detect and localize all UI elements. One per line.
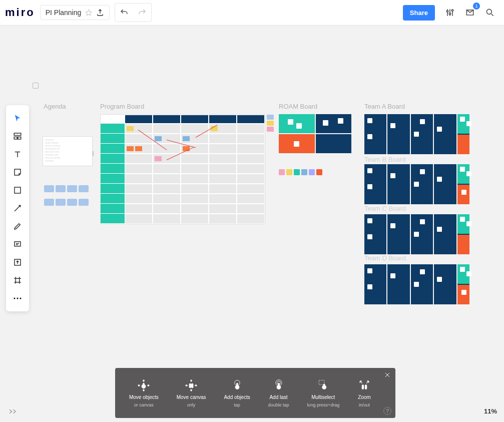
- roam-note[interactable]: [288, 119, 293, 125]
- export-icon[interactable]: [96, 9, 104, 17]
- sticky-tool[interactable]: [8, 163, 27, 181]
- board-note[interactable]: [460, 117, 465, 122]
- roam-note[interactable]: [323, 120, 328, 126]
- board-note[interactable]: [390, 123, 395, 128]
- legend-item[interactable]: [316, 169, 322, 175]
- redo-button[interactable]: [133, 4, 151, 22]
- legend-item[interactable]: [301, 169, 307, 175]
- board-note[interactable]: [460, 267, 465, 272]
- backlog-item[interactable]: [67, 185, 77, 192]
- legend-item[interactable]: [309, 169, 315, 175]
- team-board-a[interactable]: [364, 114, 469, 154]
- sticky-note[interactable]: [127, 146, 134, 151]
- close-icon[interactable]: [384, 372, 390, 378]
- roam-cell-owned[interactable]: [316, 114, 352, 133]
- board-note[interactable]: [466, 121, 471, 126]
- zoom-level[interactable]: 11%: [484, 407, 497, 415]
- board-note[interactable]: [414, 232, 419, 237]
- miro-logo[interactable]: miro: [5, 6, 35, 19]
- board-note[interactable]: [466, 171, 471, 176]
- backlog-item[interactable]: [56, 199, 66, 206]
- line-tool[interactable]: [8, 199, 27, 217]
- upload-tool[interactable]: [8, 253, 27, 271]
- board-title-box[interactable]: PI Planning: [40, 5, 110, 20]
- shape-tool[interactable]: [8, 181, 27, 199]
- roam-note[interactable]: [294, 141, 299, 147]
- legend-item[interactable]: [279, 169, 285, 175]
- backlog-item[interactable]: [56, 185, 66, 192]
- board-note[interactable]: [367, 184, 372, 189]
- board-note[interactable]: [390, 173, 395, 178]
- team-board-d[interactable]: [364, 264, 469, 304]
- backlog-item[interactable]: [44, 185, 54, 192]
- expand-panel-icon[interactable]: [8, 408, 17, 415]
- agenda-card[interactable]: ────────── ──────── ── ───────────── ───…: [43, 136, 93, 166]
- settings-icon[interactable]: [441, 4, 459, 22]
- roam-note[interactable]: [296, 123, 302, 129]
- board-note[interactable]: [437, 227, 442, 232]
- board-note[interactable]: [466, 271, 471, 276]
- board-note[interactable]: [390, 273, 395, 278]
- notifications-icon[interactable]: 1: [461, 4, 479, 22]
- side-note[interactable]: [267, 121, 274, 126]
- favorite-icon[interactable]: [85, 9, 92, 16]
- board-note[interactable]: [460, 217, 465, 222]
- board-note[interactable]: [367, 284, 372, 289]
- program-board[interactable]: [100, 114, 265, 224]
- text-tool[interactable]: [8, 145, 27, 163]
- roam-note[interactable]: [338, 118, 343, 124]
- board-note[interactable]: [420, 169, 425, 174]
- board-note[interactable]: [420, 269, 425, 274]
- board-note[interactable]: [367, 118, 372, 123]
- canvas[interactable]: Agenda Program Board Program Backlog ROA…: [0, 25, 504, 422]
- search-icon[interactable]: [481, 4, 499, 22]
- side-note[interactable]: [267, 127, 274, 132]
- board-note[interactable]: [367, 268, 372, 273]
- frame-tool[interactable]: [8, 271, 27, 289]
- sticky-note[interactable]: [127, 126, 134, 131]
- pen-tool[interactable]: [8, 217, 27, 235]
- backlog-item[interactable]: [79, 185, 89, 192]
- board-note[interactable]: [367, 134, 372, 139]
- board-note[interactable]: [390, 223, 395, 228]
- roam-cell-resolved[interactable]: [279, 114, 315, 133]
- board-note[interactable]: [466, 221, 471, 226]
- legend-item[interactable]: [294, 169, 300, 175]
- board-note[interactable]: [414, 282, 419, 287]
- sticky-note[interactable]: [155, 136, 162, 141]
- board-note[interactable]: [437, 177, 442, 182]
- help-icon[interactable]: ?: [383, 407, 391, 415]
- board-note[interactable]: [367, 218, 372, 223]
- board-note[interactable]: [460, 167, 465, 172]
- backlog-item[interactable]: [44, 199, 54, 206]
- roam-board[interactable]: [279, 114, 351, 153]
- share-button[interactable]: Share: [403, 5, 435, 21]
- backlog-item[interactable]: [67, 199, 77, 206]
- templates-tool[interactable]: [8, 127, 27, 145]
- backlog-item[interactable]: [79, 199, 89, 206]
- sticky-note[interactable]: [183, 136, 190, 141]
- sticky-note[interactable]: [135, 146, 142, 151]
- comment-tool[interactable]: [8, 235, 27, 253]
- roam-cell-accepted[interactable]: [279, 134, 315, 153]
- board-note[interactable]: [414, 182, 419, 187]
- board-note[interactable]: [367, 234, 372, 239]
- board-note[interactable]: [461, 290, 466, 295]
- cursor-tool[interactable]: [8, 109, 27, 127]
- board-note[interactable]: [420, 219, 425, 224]
- canvas-checkbox[interactable]: [33, 83, 39, 89]
- team-board-c[interactable]: [364, 214, 469, 254]
- legend-item[interactable]: [286, 169, 292, 175]
- board-note[interactable]: [420, 119, 425, 124]
- more-tools[interactable]: [8, 289, 27, 307]
- board-note[interactable]: [437, 277, 442, 282]
- board-note[interactable]: [367, 168, 372, 173]
- sticky-note[interactable]: [155, 156, 162, 161]
- board-note[interactable]: [461, 190, 466, 195]
- board-note[interactable]: [414, 132, 419, 137]
- board-note[interactable]: [437, 127, 442, 132]
- undo-button[interactable]: [115, 4, 133, 22]
- side-note[interactable]: [267, 115, 274, 120]
- team-board-b[interactable]: [364, 164, 469, 204]
- program-backlog[interactable]: [44, 185, 94, 210]
